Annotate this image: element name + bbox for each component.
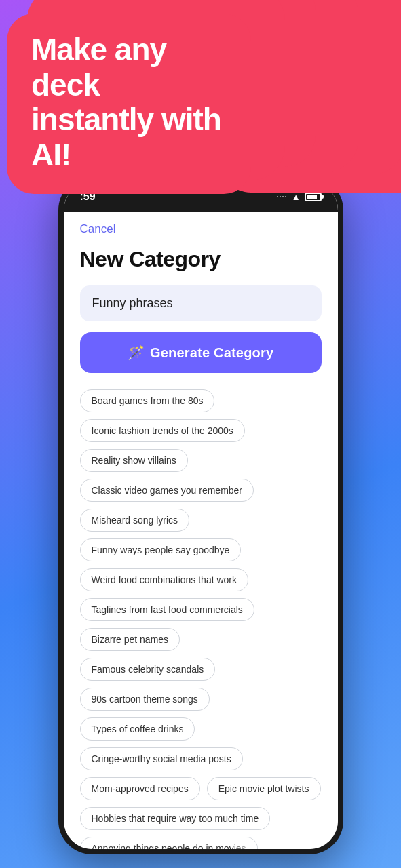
generate-icon: 🪄 bbox=[128, 344, 145, 361]
suggestion-chip[interactable]: Reality show villains bbox=[80, 449, 188, 472]
promo-cloud: Make any deck instantly with AI! bbox=[7, 14, 251, 194]
suggestion-chip[interactable]: Iconic fashion trends of the 2000s bbox=[80, 419, 245, 442]
signal-icon: ···· bbox=[276, 193, 287, 201]
suggestion-chip[interactable]: Weird food combinations that work bbox=[80, 568, 249, 591]
status-icons: ···· ▲ bbox=[276, 192, 321, 202]
suggestion-chip[interactable]: 90s cartoon theme songs bbox=[80, 688, 210, 711]
page-title: New Category bbox=[80, 247, 322, 272]
suggestion-chip[interactable]: Mom-approved recipes bbox=[80, 777, 200, 800]
category-input[interactable] bbox=[80, 285, 322, 321]
suggestion-chip[interactable]: Hobbies that require way too much time bbox=[80, 807, 271, 830]
suggestion-chip[interactable]: Taglines from fast food commercials bbox=[80, 598, 254, 621]
phone-content: Cancel New Category 🪄 Generate Category … bbox=[64, 212, 338, 849]
suggestion-chip[interactable]: Classic video games you remember bbox=[80, 479, 254, 502]
phone-frame: :59 ···· ▲ Cancel New Category 🪄 Generat… bbox=[58, 176, 343, 854]
generate-label: Generate Category bbox=[150, 345, 273, 361]
suggestion-chip[interactable]: Funny ways people say goodbye bbox=[80, 538, 242, 561]
suggestion-chip[interactable]: Annoying things people do in movies bbox=[80, 837, 258, 849]
suggestions-container: Board games from the 80sIconic fashion t… bbox=[80, 389, 322, 849]
battery-icon bbox=[305, 193, 322, 201]
suggestion-chip[interactable]: Misheard song lyrics bbox=[80, 509, 190, 532]
cancel-button[interactable]: Cancel bbox=[80, 222, 116, 236]
suggestion-chip[interactable]: Cringe-worthy social media posts bbox=[80, 747, 243, 770]
suggestion-chip[interactable]: Types of coffee drinks bbox=[80, 717, 195, 741]
suggestion-chip[interactable]: Famous celebrity scandals bbox=[80, 658, 216, 681]
suggestion-chip[interactable]: Board games from the 80s bbox=[80, 389, 215, 412]
wifi-icon: ▲ bbox=[292, 192, 301, 202]
promo-text: Make any deck instantly with AI! bbox=[31, 33, 227, 172]
generate-button[interactable]: 🪄 Generate Category bbox=[80, 332, 322, 373]
suggestion-chip[interactable]: Epic movie plot twists bbox=[207, 777, 321, 800]
suggestion-chip[interactable]: Bizarre pet names bbox=[80, 628, 180, 651]
